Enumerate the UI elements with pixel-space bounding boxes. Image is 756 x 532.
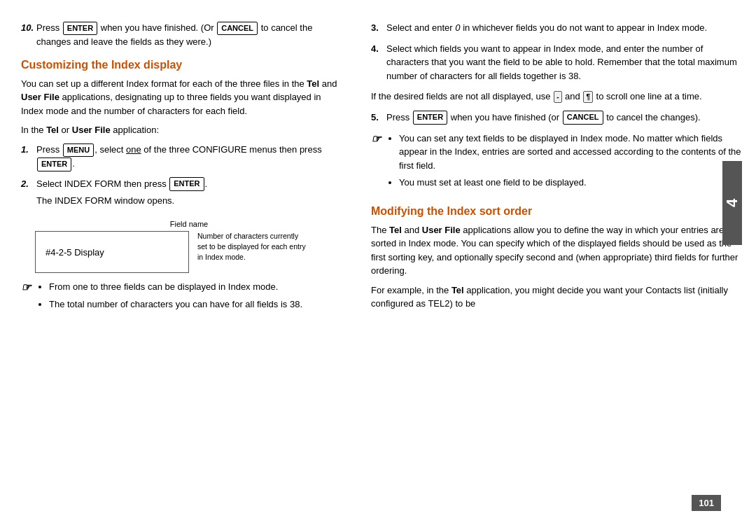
bullet-right-1: You can set any text fields to be displa… [399, 132, 742, 173]
step-5-block: 5. Press ENTER when you have finished (o… [371, 111, 742, 125]
step-5-num: 5. [371, 111, 386, 125]
step-4-num: 4. [371, 42, 386, 83]
menu-key: MENU [63, 144, 94, 158]
step-4-content: Select which fields you want to appear i… [386, 42, 742, 83]
index-form-opens: The INDEX FORM window opens. [36, 194, 343, 208]
tel-bold-3: Tel [389, 225, 402, 235]
step-3-num: 3. [371, 21, 386, 35]
enter-key-3: ENTER [169, 177, 204, 191]
note-block-left: ☞ From one to three fields can be displa… [21, 280, 343, 316]
cancel-key-1: CANCEL [217, 22, 258, 36]
bullet-list-right: You can set any text fields to be displa… [399, 132, 742, 190]
step-2-num: 2. [21, 177, 36, 214]
step-10-num: 10. [21, 21, 36, 49]
step-4-block: 4. Select which fields you want to appea… [371, 42, 742, 83]
minus-key: - [554, 91, 561, 103]
para-key: ¶ [583, 91, 593, 103]
step-5-content: Press ENTER when you have finished (or C… [386, 111, 742, 125]
diagram-area: Field name #4-2-5 Display Number of char… [35, 220, 343, 273]
page-container: 10. Press ENTER when you have finished. … [0, 0, 756, 532]
step-1-content: Press MENU, select one of the three CONF… [36, 143, 343, 172]
userfile-bold-3: User File [422, 225, 461, 235]
note-content-left: From one to three fields can be displaye… [38, 280, 343, 316]
step-3-content: Select and enter 0 in whichever fields y… [386, 21, 742, 35]
step-10-block: 10. Press ENTER when you have finished. … [21, 21, 343, 49]
one-underline: one [126, 144, 141, 155]
tel-bold-1: Tel [307, 78, 319, 89]
page-number: 101 [692, 495, 721, 511]
diagram-flex: #4-2-5 Display Number of characters curr… [35, 231, 343, 273]
userfile-bold-1: User File [21, 92, 59, 102]
section2-para2: For example, in the Tel application, you… [371, 284, 742, 311]
diagram-side-label: Number of characters currently set to be… [197, 231, 309, 262]
note-icon-left: ☞ [21, 280, 38, 295]
side-tab: 4 [722, 161, 742, 245]
bullet-list-left: From one to three fields can be displaye… [49, 280, 343, 311]
section2-para1: The Tel and User File applications allow… [371, 223, 742, 278]
note-icon-right: ☞ [371, 132, 388, 147]
note-content-right: You can set any text fields to be displa… [388, 132, 742, 195]
bullet-left-1: From one to three fields can be displaye… [49, 280, 343, 294]
enter-key-4: ENTER [413, 111, 447, 125]
right-column: 3. Select and enter 0 in whichever field… [364, 21, 742, 518]
step-10-content: Press ENTER when you have finished. (Or … [36, 21, 343, 49]
section1-para1: You can set up a different Index format … [21, 77, 343, 118]
bullet-right-2: You must set at least one field to be di… [399, 176, 742, 190]
enter-key-2: ENTER [37, 158, 71, 172]
zero-italic: 0 [455, 22, 460, 33]
section-title-1: Customizing the Index display [21, 59, 343, 71]
note-block-right: ☞ You can set any text fields to be disp… [371, 132, 742, 195]
step-1-block: 1. Press MENU, select one of the three C… [21, 143, 343, 172]
enter-key-1: ENTER [63, 22, 97, 36]
step-3-block: 3. Select and enter 0 in whichever field… [371, 21, 742, 35]
diagram-box: #4-2-5 Display [35, 231, 189, 273]
bullet-left-2: The total number of characters you can h… [49, 298, 343, 312]
section-title-2: Modifying the Index sort order [371, 205, 742, 218]
cancel-key-2: CANCEL [563, 111, 603, 125]
diagram-label-top: Field name [35, 220, 343, 228]
tel-bold-2: Tel [46, 125, 59, 135]
step-1-num: 1. [21, 143, 36, 172]
step-2-content: Select INDEX FORM then press ENTER. The … [36, 177, 343, 214]
section1-para2: In the Tel or User File application: [21, 123, 343, 137]
step-2-block: 2. Select INDEX FORM then press ENTER. T… [21, 177, 343, 214]
left-column: 10. Press ENTER when you have finished. … [21, 21, 364, 518]
tel-bold-4: Tel [451, 285, 464, 295]
scroll-note: If the desired fields are not all displa… [371, 90, 742, 104]
diagram-box-text: #4-2-5 Display [46, 247, 104, 258]
userfile-bold-2: User File [72, 125, 111, 135]
